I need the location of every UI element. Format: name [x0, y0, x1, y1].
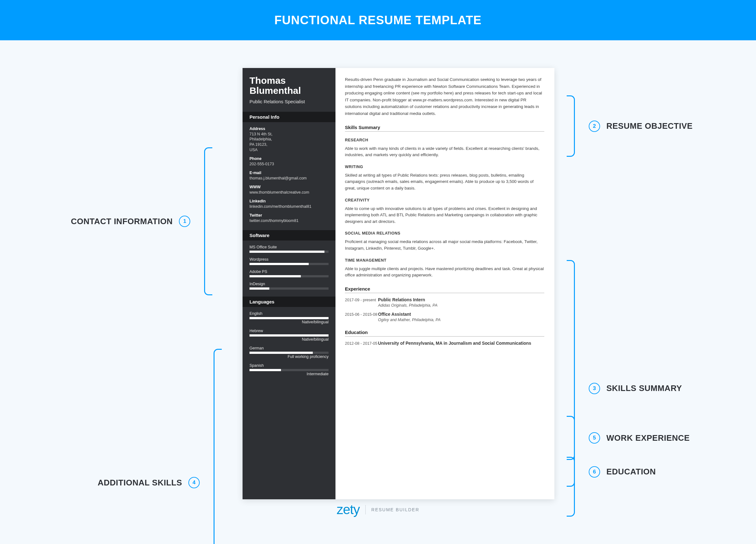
value-address: 713 N 4th St, Philadelphia, PA 19123, US…	[249, 132, 329, 153]
page-header: FUNCTIONAL RESUME TEMPLATE	[0, 0, 756, 40]
entry-dates: 2015-06 - 2015-08	[345, 312, 378, 322]
list-item: 2015-06 - 2015-08Office AssistantOgilvy …	[345, 312, 544, 322]
skill-bar: MS Office Suite	[249, 245, 329, 253]
skill-text: Able to work with many kinds of clients …	[345, 146, 544, 158]
skill-bar: SpanishIntermediate	[249, 363, 329, 376]
label-email: E-mail	[249, 171, 329, 175]
resume-document: Thomas Blumenthal Public Relations Speci…	[243, 68, 554, 499]
info-block: Address 713 N 4th St, Philadelphia, PA 1…	[249, 127, 329, 224]
annotation-contact: CONTACT INFORMATION 1	[71, 147, 220, 295]
sidebar-heading-software: Software	[243, 230, 335, 241]
annotation-label: SKILLS SUMMARY	[606, 383, 682, 393]
skill-heading: RESEARCH	[345, 138, 544, 142]
skill-bar: Wordpress	[249, 257, 329, 265]
annotation-objective: 2 RESUME OBJECTIVE	[559, 95, 693, 157]
skill-name: InDesign	[249, 282, 329, 286]
bar-track	[249, 287, 329, 289]
page-title: FUNCTIONAL RESUME TEMPLATE	[274, 14, 482, 27]
annotation-number: 5	[589, 432, 600, 444]
annotation-label: ADDITIONAL SKILLS	[98, 478, 182, 488]
annotation-education: 6 EDUCATION	[559, 457, 656, 487]
section-heading-skills: Skills Summary	[345, 125, 544, 132]
bar-fill	[249, 369, 281, 371]
bracket-icon	[567, 457, 575, 487]
entry-title: Public Relations Intern	[378, 297, 544, 302]
skill-text: Proficient at managing social media rela…	[345, 239, 544, 252]
bar-fill	[249, 275, 301, 277]
annotation-label: RESUME OBJECTIVE	[606, 121, 693, 131]
bar-fill	[249, 352, 313, 354]
skill-heading: CREATIVITY	[345, 198, 544, 203]
skill-name: Adobe PS	[249, 270, 329, 274]
bracket-icon	[567, 416, 575, 460]
bar-track	[249, 334, 329, 336]
bar-fill	[249, 334, 329, 336]
label-twitter: Twitter	[249, 213, 329, 218]
skill-bar: Adobe PS	[249, 270, 329, 277]
sidebar-heading-personal: Personal Info	[243, 112, 335, 122]
skill-name: German	[249, 346, 329, 350]
bar-track	[249, 317, 329, 319]
annotation-number: 2	[589, 121, 600, 132]
bar-fill	[249, 251, 324, 253]
name-last: Blumenthal	[249, 86, 329, 96]
annotation-number: 6	[589, 466, 600, 478]
value-phone: 202-555-0173	[249, 162, 329, 167]
bracket-icon	[567, 95, 575, 157]
skill-bar: InDesign	[249, 282, 329, 289]
bar-track	[249, 275, 329, 277]
skill-text: Skilled at writing all types of Public R…	[345, 172, 544, 192]
annotation-label: WORK EXPERIENCE	[606, 433, 690, 443]
skill-text: Able to juggle multiple clients and proj…	[345, 266, 544, 278]
skill-level: Native/bilingual	[249, 320, 329, 324]
annotation-label: CONTACT INFORMATION	[71, 217, 173, 226]
value-email: thomas.j.blumenthal@gmail.com	[249, 176, 329, 181]
skill-level: Native/bilingual	[249, 337, 329, 341]
skill-heading: SOCIAL MEDIA RELATIONS	[345, 231, 544, 236]
footer-separator	[365, 505, 366, 514]
bar-fill	[249, 263, 309, 265]
resume-sidebar: Thomas Blumenthal Public Relations Speci…	[243, 68, 335, 499]
annotation-number: 3	[589, 383, 600, 394]
bar-fill	[249, 317, 329, 319]
skill-heading: WRITING	[345, 165, 544, 169]
footer-tagline: RESUME BUILDER	[371, 507, 419, 512]
entry-title: University of Pennsylvania, MA in Journa…	[378, 341, 544, 346]
section-heading-education: Education	[345, 329, 544, 336]
entry-title: Office Assistant	[378, 312, 544, 317]
label-phone: Phone	[249, 157, 329, 161]
entry-subtitle: Ogilvy and Mather, Philadelphia, PA	[378, 318, 544, 322]
stage: CONTACT INFORMATION 1 ADDITIONAL SKILLS …	[0, 40, 756, 525]
annotation-label: EDUCATION	[606, 467, 656, 477]
annotation-number: 4	[188, 477, 200, 488]
entry-dates: 2017-09 - present	[345, 297, 378, 307]
bracket-icon	[204, 147, 212, 295]
skills-section: RESEARCHAble to work with many kinds of …	[345, 138, 544, 278]
skill-bar: HebrewNative/bilingual	[249, 329, 329, 341]
entry-subtitle: Adidas Originals, Philadelphia, PA	[378, 303, 544, 307]
skill-bar: EnglishNative/bilingual	[249, 311, 329, 324]
skill-level: Intermediate	[249, 372, 329, 376]
annotation-work-experience: 5 WORK EXPERIENCE	[559, 416, 690, 460]
bar-track	[249, 263, 329, 265]
annotation-number: 1	[179, 216, 190, 227]
entry-body: Public Relations InternAdidas Originals,…	[378, 297, 544, 307]
entry-dates: 2012-08 - 2017-05	[345, 341, 378, 346]
list-item: 2012-08 - 2017-05University of Pennsylva…	[345, 341, 544, 346]
bar-track	[249, 352, 329, 354]
experience-section: 2017-09 - presentPublic Relations Intern…	[345, 297, 544, 322]
job-title: Public Relations Specialist	[249, 99, 329, 105]
skill-name: Spanish	[249, 363, 329, 368]
sidebar-heading-languages: Languages	[243, 296, 335, 307]
name-first: Thomas	[249, 76, 329, 86]
label-address: Address	[249, 127, 329, 131]
value-twitter: twitter.com/thommybloom81	[249, 218, 329, 224]
bar-track	[249, 369, 329, 371]
software-list: MS Office SuiteWordpressAdobe PSInDesign	[249, 245, 329, 289]
bar-fill	[249, 287, 269, 289]
entry-body: Office AssistantOgilvy and Mather, Phila…	[378, 312, 544, 322]
resume-main: Results-driven Penn graduate in Journali…	[335, 68, 554, 499]
skill-name: Wordpress	[249, 257, 329, 262]
skill-name: Hebrew	[249, 329, 329, 333]
language-list: EnglishNative/bilingualHebrewNative/bili…	[249, 311, 329, 376]
